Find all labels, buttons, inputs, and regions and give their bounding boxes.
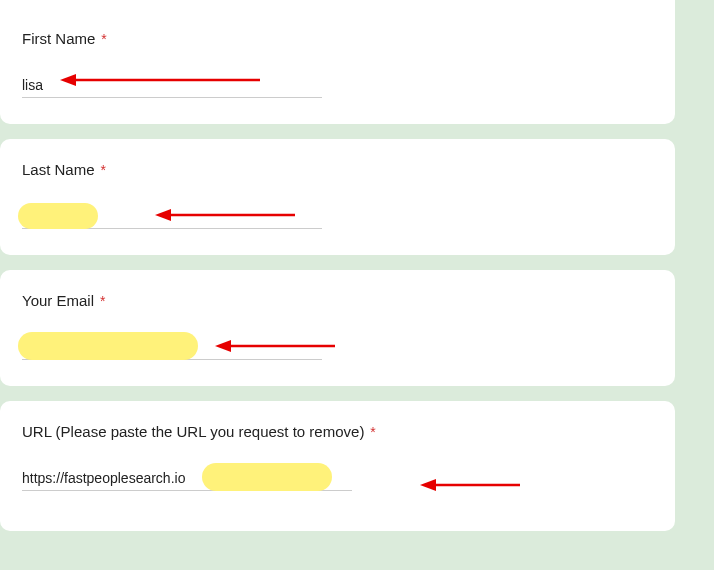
required-marker: *: [100, 293, 105, 309]
label-text: First Name: [22, 30, 95, 47]
card-email: Your Email *: [0, 270, 675, 386]
label-text: URL (Please paste the URL you request to…: [22, 423, 364, 440]
card-first-name: First Name *: [0, 0, 675, 124]
required-marker: *: [100, 162, 105, 178]
label-last-name: Last Name *: [22, 161, 653, 206]
url-input[interactable]: [22, 468, 352, 491]
annotation-arrow: [420, 475, 520, 495]
form-column: First Name * Last Name * Your Email *: [0, 0, 675, 531]
label-text: Last Name: [22, 161, 95, 178]
label-email: Your Email *: [22, 292, 653, 337]
svg-marker-7: [420, 479, 436, 491]
label-first-name: First Name *: [22, 30, 653, 75]
label-url: URL (Please paste the URL you request to…: [22, 423, 653, 468]
required-marker: *: [370, 424, 375, 440]
required-marker: *: [101, 31, 106, 47]
email-input[interactable]: [22, 337, 322, 360]
first-name-input[interactable]: [22, 75, 322, 98]
last-name-input[interactable]: [22, 206, 322, 229]
card-url: URL (Please paste the URL you request to…: [0, 401, 675, 531]
card-last-name: Last Name *: [0, 139, 675, 255]
label-text: Your Email: [22, 292, 94, 309]
